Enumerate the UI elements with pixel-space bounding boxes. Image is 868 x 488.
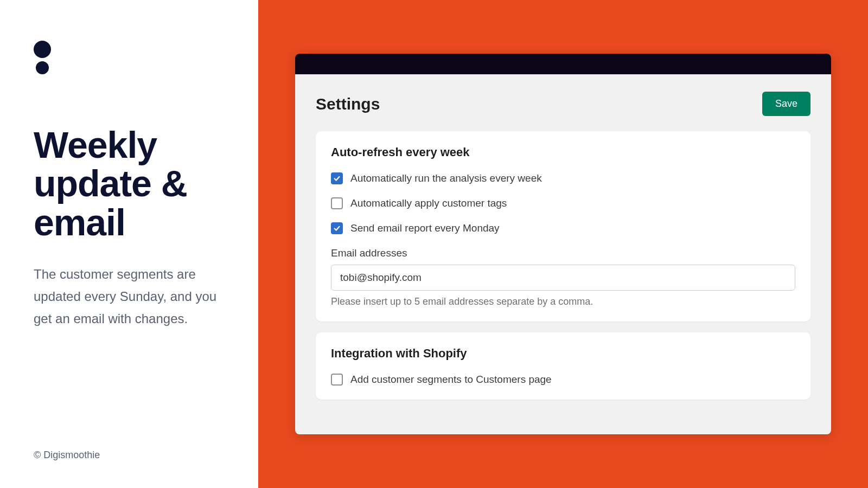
screenshot-panel: Settings Save Auto-refresh every week Au… [258, 0, 868, 488]
checkbox-row-send-email[interactable]: Send email report every Monday [331, 222, 795, 234]
integration-card: Integration with Shopify Add customer se… [316, 332, 810, 400]
page-title: Settings [316, 95, 380, 113]
checkbox-send-email[interactable] [331, 222, 343, 234]
card-title-integration: Integration with Shopify [331, 346, 795, 361]
checkbox-add-segments[interactable] [331, 374, 343, 386]
description: The customer segments are updated every … [34, 264, 218, 330]
check-icon [333, 224, 341, 232]
app-window: Settings Save Auto-refresh every week Au… [295, 54, 831, 434]
checkbox-row-run-analysis[interactable]: Automatically run the analysis every wee… [331, 172, 795, 184]
copyright: © Digismoothie [34, 450, 100, 461]
auto-refresh-card: Auto-refresh every week Automatically ru… [316, 131, 810, 322]
headline: Weekly update & email [34, 126, 225, 242]
checkbox-label: Add customer segments to Customers page [350, 374, 552, 386]
logo-dot-icon [36, 61, 49, 74]
checkbox-label: Automatically apply customer tags [350, 197, 507, 209]
checkbox-apply-tags[interactable] [331, 197, 343, 209]
email-helper-text: Please insert up to 5 email addresses se… [331, 296, 795, 307]
brand-logo [34, 41, 225, 74]
logo-dot-icon [34, 41, 51, 58]
checkbox-row-add-segments[interactable]: Add customer segments to Customers page [331, 374, 795, 386]
checkbox-row-apply-tags[interactable]: Automatically apply customer tags [331, 197, 795, 209]
checkbox-label: Automatically run the analysis every wee… [350, 172, 542, 184]
app-topbar [295, 54, 831, 74]
app-content: Settings Save Auto-refresh every week Au… [295, 74, 831, 434]
check-icon [333, 175, 341, 182]
header-row: Settings Save [316, 92, 810, 116]
card-title-auto-refresh: Auto-refresh every week [331, 145, 795, 159]
checkbox-run-analysis[interactable] [331, 172, 343, 184]
email-field-label: Email addresses [331, 247, 795, 259]
email-input[interactable] [331, 265, 795, 291]
save-button[interactable]: Save [762, 92, 810, 116]
checkbox-label: Send email report every Monday [350, 222, 500, 234]
marketing-panel: Weekly update & email The customer segme… [0, 0, 258, 488]
email-section: Email addresses Please insert up to 5 em… [331, 247, 795, 307]
